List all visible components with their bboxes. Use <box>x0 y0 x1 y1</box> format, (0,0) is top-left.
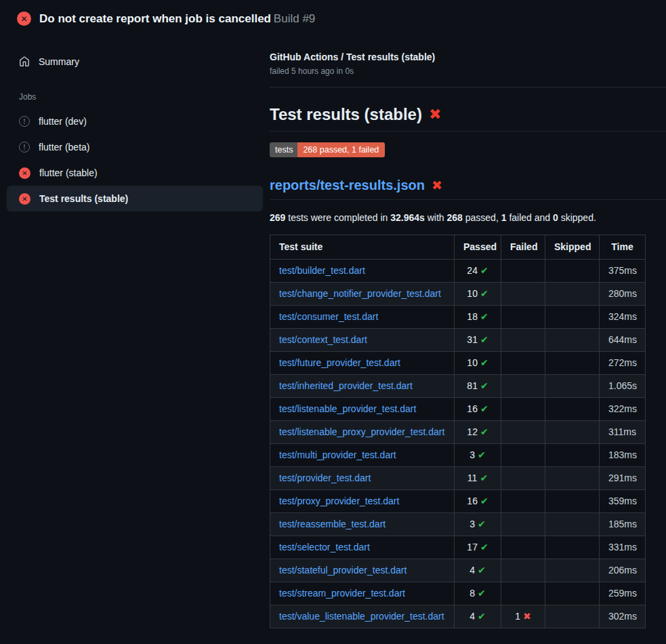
test-suite-link[interactable]: test/context_test.dart <box>279 334 367 345</box>
cell-test-suite: test/proxy_provider_test.dart <box>270 489 455 512</box>
x-circle-fill-icon: ✕ <box>19 193 30 205</box>
table-row: test/listenable_provider_test.dart16✔322… <box>270 397 646 420</box>
table-row: test/proxy_provider_test.dart16✔359ms <box>270 489 646 512</box>
summary-part: passed, <box>463 212 501 223</box>
cell-passed: 81✔ <box>455 374 501 397</box>
check-icon: ✔ <box>480 357 488 368</box>
cell-test-suite: test/selector_test.dart <box>270 536 455 559</box>
cell-failed <box>501 351 545 374</box>
test-suite-link[interactable]: test/reassemble_test.dart <box>279 519 386 529</box>
passed-count: 4 <box>470 565 475 576</box>
cell-passed: 18✔ <box>455 305 501 328</box>
cell-test-suite: test/listenable_provider_test.dart <box>270 397 455 420</box>
cell-time: 311ms <box>600 420 646 443</box>
tests-badge: tests 268 passed, 1 failed <box>270 142 385 157</box>
report-title-text: Test results (stable) <box>270 105 422 124</box>
failed-cross-icon: ✖ <box>429 106 441 123</box>
test-suite-link[interactable]: test/value_listenable_provider_test.dart <box>279 611 444 622</box>
cell-test-suite: test/stateful_provider_test.dart <box>270 559 455 582</box>
table-row: test/provider_test.dart11✔291ms <box>270 466 646 489</box>
cell-passed: 4✔ <box>455 605 501 628</box>
table-row: test/stateful_provider_test.dart4✔206ms <box>270 559 646 582</box>
cell-skipped <box>545 466 600 489</box>
sidebar-job-item[interactable]: !flutter (dev) <box>7 108 263 134</box>
cell-failed <box>501 328 545 351</box>
cell-time: 644ms <box>600 328 646 351</box>
test-suite-link[interactable]: test/stateful_provider_test.dart <box>279 565 407 576</box>
test-suite-link[interactable]: test/builder_test.dart <box>279 265 365 276</box>
cell-time: 206ms <box>600 559 646 582</box>
passed-count: 8 <box>470 588 475 599</box>
test-suite-link[interactable]: test/provider_test.dart <box>279 472 371 483</box>
summary-part: skipped. <box>558 212 596 223</box>
cell-test-suite: test/stream_provider_test.dart <box>270 582 455 605</box>
summary-part: 0 <box>553 212 558 223</box>
table-row: test/future_provider_test.dart10✔272ms <box>270 351 646 374</box>
passed-count: 81 <box>467 380 478 391</box>
cell-skipped <box>545 443 600 466</box>
summary-part: 268 <box>447 212 463 223</box>
cell-time: 272ms <box>600 351 646 374</box>
cell-failed <box>501 559 545 582</box>
cell-time: 322ms <box>600 397 646 420</box>
header-divider <box>270 87 666 87</box>
check-icon: ✔ <box>480 265 488 276</box>
sidebar-item-summary[interactable]: Summary <box>7 49 263 75</box>
page-layout: Summary Jobs !flutter (dev)!flutter (bet… <box>0 35 666 628</box>
cell-time: 183ms <box>600 443 646 466</box>
test-suite-link[interactable]: test/consumer_test.dart <box>279 311 378 322</box>
sidebar-job-label: flutter (beta) <box>39 142 89 153</box>
test-suite-link[interactable]: test/listenable_proxy_provider_test.dart <box>279 426 444 437</box>
test-suite-link[interactable]: test/multi_provider_test.dart <box>279 449 396 460</box>
cell-time: 375ms <box>600 259 646 282</box>
sidebar-job-item[interactable]: !flutter (beta) <box>7 134 263 160</box>
jobs-section-label: Jobs <box>7 92 263 104</box>
test-suite-link[interactable]: test/proxy_provider_test.dart <box>279 496 399 506</box>
check-icon: ✔ <box>478 611 486 622</box>
cell-skipped <box>545 305 600 328</box>
summary-part: 269 <box>270 212 285 223</box>
cell-passed: 10✔ <box>455 282 501 305</box>
cell-skipped <box>545 259 600 282</box>
cell-passed: 24✔ <box>455 259 501 282</box>
cell-failed <box>501 305 545 328</box>
test-suite-link[interactable]: test/selector_test.dart <box>279 542 370 552</box>
sidebar-job-label: flutter (stable) <box>39 167 98 178</box>
window-title-group: Do not create report when job is cancell… <box>39 12 315 26</box>
test-suite-link[interactable]: test/listenable_provider_test.dart <box>279 403 416 414</box>
table-row: test/consumer_test.dart18✔324ms <box>270 305 646 328</box>
sidebar-job-item[interactable]: ✕flutter (stable) <box>7 160 263 186</box>
cell-time: 359ms <box>600 489 646 512</box>
cell-test-suite: test/change_notifier_provider_test.dart <box>270 282 455 305</box>
badge-value: 268 passed, 1 failed <box>297 142 385 157</box>
passed-count: 12 <box>467 426 478 437</box>
window-title: Do not create report when job is cancell… <box>39 12 271 25</box>
cell-test-suite: test/future_provider_test.dart <box>270 351 455 374</box>
check-icon: ✔ <box>478 565 486 576</box>
cell-time: 291ms <box>600 466 646 489</box>
cell-skipped <box>545 374 600 397</box>
build-number: Build #9 <box>274 12 315 25</box>
check-icon: ✔ <box>480 426 488 437</box>
table-header-row: Test suite Passed Failed Skipped Time <box>270 235 646 259</box>
cell-failed <box>501 282 545 305</box>
cell-failed <box>501 582 545 605</box>
sidebar-job-item[interactable]: ✕Test results (stable) <box>7 186 263 212</box>
cell-passed: 4✔ <box>455 559 501 582</box>
test-suite-link[interactable]: test/inherited_provider_test.dart <box>279 380 413 391</box>
cell-passed: 12✔ <box>455 420 501 443</box>
failed-status-icon: ✕ <box>17 12 31 26</box>
x-icon: ✖ <box>523 611 531 622</box>
cell-test-suite: test/multi_provider_test.dart <box>270 443 455 466</box>
cell-test-suite: test/listenable_proxy_provider_test.dart <box>270 420 455 443</box>
test-suite-link[interactable]: test/change_notifier_provider_test.dart <box>279 288 441 299</box>
failed-cross-icon: ✖ <box>432 178 442 193</box>
test-suite-link[interactable]: test/stream_provider_test.dart <box>279 588 405 599</box>
sidebar-job-label: flutter (dev) <box>39 116 87 127</box>
cell-failed <box>501 420 545 443</box>
report-file-link[interactable]: reports/test-results.json <box>270 178 425 193</box>
cell-skipped <box>545 420 600 443</box>
passed-count: 11 <box>467 472 478 483</box>
table-row: test/value_listenable_provider_test.dart… <box>270 605 646 628</box>
test-suite-link[interactable]: test/future_provider_test.dart <box>279 357 400 368</box>
